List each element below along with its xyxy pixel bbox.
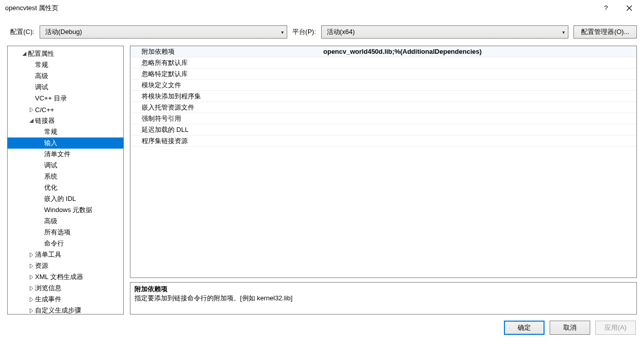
tree-linker[interactable]: 链接器 [8,115,123,126]
tree-item-label: 链接器 [35,116,55,125]
tree-linker-调试[interactable]: 调试 [8,160,123,171]
property-value[interactable]: opencv_world450d.lib;%(AdditionalDepende… [323,48,636,55]
help-button[interactable]: ? [594,0,618,16]
property-row[interactable]: 将模块添加到程序集 [130,91,636,102]
twisty-icon [28,286,35,291]
tree-item-label: 嵌入的 IDL [44,194,76,203]
tree-item-label: 浏览信息 [35,284,61,293]
expand-icon [29,119,34,123]
platform-select[interactable]: 活动(x64) ▾ [321,25,569,39]
property-row[interactable]: 忽略特定默认库 [130,68,636,80]
tree-linker-高级[interactable]: 高级 [8,216,123,227]
tree-item-label: 配置属性 [28,49,54,58]
apply-button[interactable]: 应用(A) [595,321,636,335]
chevron-down-icon: ▾ [281,29,284,35]
property-label: 强制符号引用 [130,114,323,123]
twisty-icon [28,264,35,268]
tree-item-label: 调试 [44,161,57,170]
tree-item-生成事件[interactable]: 生成事件 [8,294,123,305]
twisty-icon [28,308,35,313]
tree-item-label: 资源 [35,261,48,270]
property-label: 延迟加载的 DLL [130,125,323,134]
cancel-button[interactable]: 取消 [550,321,590,335]
tree-linker-清单文件[interactable]: 清单文件 [8,149,123,160]
tree-item-资源[interactable]: 资源 [8,260,123,271]
tree-item-label: 常规 [35,60,48,70]
property-row[interactable]: 忽略所有默认库 [130,57,636,68]
property-row[interactable]: 附加依赖项opencv_world450d.lib;%(AdditionalDe… [130,46,636,57]
tree-cxx[interactable]: C/C++ [8,104,123,115]
tree-item-label: Windows 元数据 [44,205,92,215]
tree-item-VC++ 目录[interactable]: VC++ 目录 [8,93,123,104]
collapse-icon [29,108,34,112]
tree-item-label: C/C++ [35,106,54,114]
close-button[interactable] [618,0,641,16]
property-label: 忽略所有默认库 [130,58,323,67]
tree-item-label: 生成事件 [35,295,61,304]
config-manager-button[interactable]: 配置管理器(O)... [573,25,637,39]
tree-item-常规[interactable]: 常规 [8,59,123,71]
tree-item-高级[interactable]: 高级 [8,71,123,82]
tree-item-label: 调试 [35,83,48,92]
tree-item-label: 命令行 [44,239,64,248]
platform-label: 平台(P): [292,27,316,37]
twisty-icon [28,275,35,280]
tree-item-label: XML 文档生成器 [35,272,83,282]
property-label: 模块定义文件 [130,81,323,90]
tree-item-label: 常规 [44,127,57,136]
tree-linker-嵌入的 IDL[interactable]: 嵌入的 IDL [8,193,123,204]
description-title: 附加依赖项 [134,285,632,294]
tree-item-XML 文档生成器[interactable]: XML 文档生成器 [8,271,123,283]
property-row[interactable]: 嵌入托管资源文件 [130,102,636,113]
help-icon: ? [604,4,607,12]
collapse-icon [29,286,34,291]
nav-tree[interactable]: 配置属性常规高级调试VC++ 目录C/C++链接器 常规 输入 清单文件 调试 … [7,46,124,315]
tree-item-label: 清单文件 [44,150,71,159]
tree-item-清单工具[interactable]: 清单工具 [8,249,123,260]
platform-value: 活动(x64) [327,27,355,37]
property-row[interactable]: 程序集链接资源 [130,135,636,147]
property-label: 忽略特定默认库 [130,70,323,79]
config-label: 配置(C): [10,27,35,37]
ok-button[interactable]: 确定 [504,321,545,335]
tree-item-浏览信息[interactable]: 浏览信息 [8,283,123,294]
tree-item-label: 清单工具 [35,250,61,259]
tree-linker-优化[interactable]: 优化 [8,182,123,193]
collapse-icon [29,297,34,302]
tree-config-properties[interactable]: 配置属性 [8,48,123,59]
twisty-icon [21,52,28,56]
property-row[interactable]: 延迟加载的 DLL [130,124,636,135]
twisty-icon [28,297,35,302]
tree-item-label: VC++ 目录 [35,94,67,103]
tree-item-label: 所有选项 [44,228,71,237]
tree-linker-所有选项[interactable]: 所有选项 [8,227,123,238]
chevron-down-icon: ▾ [562,29,565,35]
tree-item-label: 自定义生成步骤 [35,306,81,315]
property-label: 附加依赖项 [130,47,323,56]
collapse-icon [29,275,34,280]
twisty-icon [28,253,35,257]
config-value: 活动(Debug) [45,27,82,37]
property-row[interactable]: 模块定义文件 [130,80,636,91]
tree-linker-输入[interactable]: 输入 [8,137,123,149]
tree-item-label: 输入 [44,138,57,148]
tree-item-label: 优化 [44,183,57,192]
property-label: 将模块添加到程序集 [130,92,323,101]
twisty-icon [28,108,35,112]
collapse-icon [29,308,34,313]
window-title: opencvtest 属性页 [5,4,594,13]
config-select[interactable]: 活动(Debug) ▾ [40,25,287,39]
tree-item-label: 高级 [35,72,48,81]
tree-item-调试[interactable]: 调试 [8,82,123,93]
property-row[interactable]: 强制符号引用 [130,113,636,124]
tree-item-自定义生成步骤[interactable]: 自定义生成步骤 [8,305,123,315]
description-body: 指定要添加到链接命令行的附加项。[例如 kernel32.lib] [134,294,632,303]
property-grid[interactable]: 附加依赖项opencv_world450d.lib;%(AdditionalDe… [130,46,637,278]
tree-linker-常规[interactable]: 常规 [8,126,123,137]
tree-linker-Windows 元数据[interactable]: Windows 元数据 [8,204,123,216]
tree-linker-系统[interactable]: 系统 [8,171,123,182]
close-icon [626,5,632,11]
tree-item-label: 系统 [44,172,57,181]
tree-linker-命令行[interactable]: 命令行 [8,238,123,249]
twisty-icon [28,119,35,123]
